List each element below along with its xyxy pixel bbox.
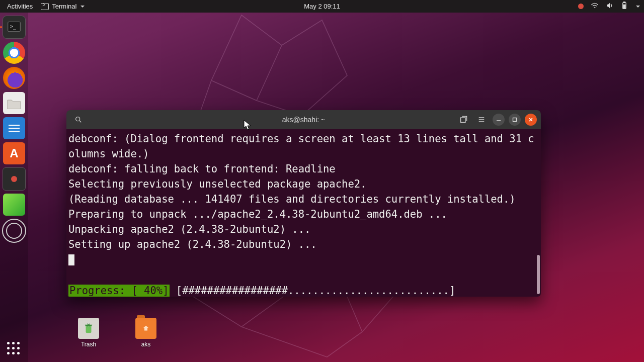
maximize-icon (512, 117, 517, 122)
terminal-scrollbar[interactable] (537, 255, 540, 294)
minimize-icon (496, 117, 501, 122)
clock-text: May 2 09:11 (304, 3, 340, 10)
terminal-body[interactable]: debconf: (Dialog frontend requires a scr… (66, 129, 541, 297)
terminal-icon (41, 3, 49, 10)
appmenu-button[interactable]: Terminal (38, 0, 88, 13)
svg-text:>_: >_ (10, 24, 16, 30)
terminal-titlebar[interactable]: aks@shahi: ~ (66, 110, 541, 129)
dock-files[interactable] (3, 92, 25, 114)
terminal-progress-row: Progress: [ 40%] [#################.....… (68, 284, 537, 297)
dock-writer[interactable] (3, 117, 25, 139)
show-applications-button[interactable] (6, 341, 21, 356)
chevron-down-icon (80, 6, 85, 8)
search-icon (74, 116, 83, 124)
terminal-menu-button[interactable] (474, 113, 489, 127)
software-label: A (10, 146, 18, 160)
progress-bar: [#################......................… (176, 285, 455, 297)
desktop-home-folder[interactable]: aks (126, 318, 166, 348)
dock-green-app[interactable] (3, 194, 25, 216)
home-folder-label: aks (141, 341, 151, 348)
dock-chrome[interactable] (3, 42, 25, 64)
appmenu-label: Terminal (52, 3, 76, 10)
window-maximize-button[interactable] (509, 114, 521, 126)
window-close-button[interactable] (525, 114, 537, 126)
newtab-icon (459, 116, 467, 124)
progress-label: Progress: [ 40%] (68, 285, 170, 297)
terminal-search-button[interactable] (71, 113, 86, 127)
system-tray (578, 2, 640, 11)
dock-firefox[interactable] (3, 67, 25, 89)
system-menu-chevron-icon[interactable] (636, 6, 640, 8)
battery-icon[interactable] (621, 2, 628, 11)
activities-button[interactable]: Activities (4, 0, 36, 13)
window-minimize-button[interactable] (493, 114, 505, 126)
terminal-output: debconf: (Dialog frontend requires a scr… (68, 131, 537, 252)
clock-button[interactable]: May 2 09:11 (301, 0, 343, 13)
desktop[interactable]: Activities Terminal May 2 09:11 >_ A (0, 0, 644, 362)
close-icon (528, 117, 533, 122)
svg-rect-1 (623, 2, 625, 3)
svg-rect-2 (623, 5, 625, 8)
trash-label: Trash (81, 341, 96, 348)
recording-indicator-icon[interactable] (578, 4, 584, 9)
dock-recorder[interactable] (3, 167, 26, 191)
desktop-trash[interactable]: Trash (68, 318, 109, 348)
terminal-window: aks@shahi: ~ debconf: (Dialog frontend r… (66, 110, 541, 297)
dock-settings[interactable] (2, 219, 26, 243)
dock-terminal[interactable]: >_ (3, 16, 26, 39)
terminal-title: aks@shahi: ~ (282, 116, 325, 124)
terminal-newtab-button[interactable] (456, 113, 470, 127)
activities-label: Activities (7, 3, 33, 10)
launcher-dock: >_ A (0, 13, 28, 362)
svg-point-5 (76, 117, 80, 121)
terminal-cursor (68, 254, 74, 265)
dock-software[interactable]: A (3, 142, 25, 164)
menu-icon (477, 116, 486, 124)
wifi-icon[interactable] (591, 2, 599, 11)
volume-icon[interactable] (606, 2, 614, 11)
svg-rect-6 (461, 118, 465, 122)
svg-rect-7 (513, 118, 517, 122)
top-bar: Activities Terminal May 2 09:11 (0, 0, 644, 13)
